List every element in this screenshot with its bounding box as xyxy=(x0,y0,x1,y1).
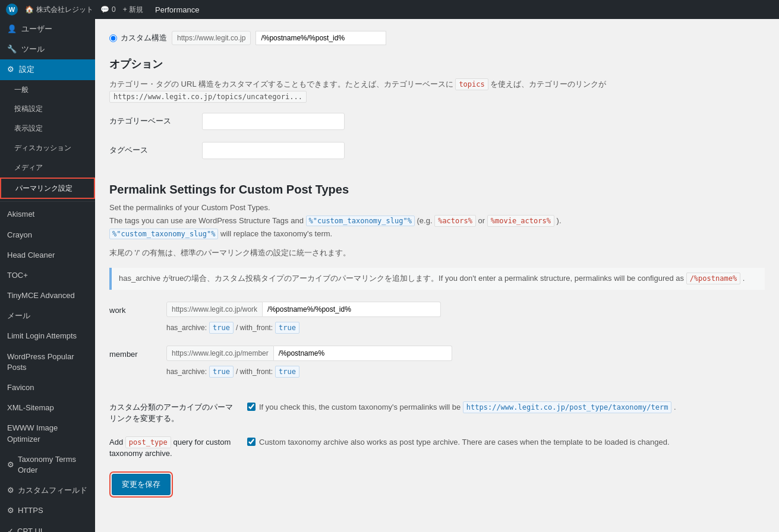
topics-code: topics xyxy=(455,78,488,90)
archive-notice-end: . xyxy=(743,274,745,283)
custom-taxonomy-content: If you check this, the custom taxonomy's… xyxy=(247,401,765,414)
archive-default-code: /%postname% xyxy=(686,273,740,284)
sidebar-item-cptui[interactable]: ✓ CPT UI xyxy=(0,521,95,532)
sidebar-label-popularposts: WordPress Popular Posts xyxy=(7,352,88,373)
category-base-input[interactable] xyxy=(202,113,345,130)
custom-taxonomy-url: https://www.legit.co.jp/post_type/taxono… xyxy=(463,401,672,413)
wp-logo: W xyxy=(6,4,18,15)
cpt-section: Permalink Settings for Custom Post Types… xyxy=(109,171,765,401)
work-with-front-label: / with_front: xyxy=(236,324,273,332)
sidebar-item-toc[interactable]: TOC+ xyxy=(0,265,95,286)
custom-taxonomy-checkbox[interactable] xyxy=(247,403,256,411)
sidebar-item-settings[interactable]: ⚙ 設定 xyxy=(0,59,95,80)
settings-icon: ⚙ xyxy=(7,64,14,75)
sidebar-label-writing: 投稿設定 xyxy=(14,104,43,114)
custom-structure-label[interactable]: カスタム構造 xyxy=(109,33,167,43)
category-base-row: カテゴリーベース xyxy=(109,113,765,130)
custom-structure-input[interactable] xyxy=(256,31,386,45)
sidebar-label-discussion: ディスカッション xyxy=(14,143,71,153)
layout: 👤 ユーザー 🔧 ツール ⚙ 設定 一般 投稿設定 表示設定 ディスカッション … xyxy=(0,19,779,532)
member-url-base: https://www.legit.co.jp/member xyxy=(166,346,274,361)
sidebar-label-permalink: パーマリンク設定 xyxy=(15,183,72,194)
save-button-wrapper: 変更を保存 xyxy=(109,471,765,498)
save-button[interactable]: 変更を保存 xyxy=(112,474,171,495)
sidebar-item-akismet[interactable]: Akismet xyxy=(0,204,95,224)
cpt-code-1: %"custom_taxonomy_slug"% xyxy=(306,216,415,226)
sidebar-label-headcleaner: Head Cleaner xyxy=(7,250,55,261)
cpt-desc: Set the permalinks of your Custom Post T… xyxy=(109,201,765,240)
sidebar-item-reading[interactable]: 表示設定 xyxy=(0,119,95,138)
sidebar-label-https: HTTPS xyxy=(18,505,43,516)
sidebar-label-favicon: Favicon xyxy=(7,382,34,393)
sidebar-label-mail: メール xyxy=(7,311,30,321)
custom-structure-row: カスタム構造 https://www.legit.co.jp xyxy=(109,31,765,45)
admin-bar-site[interactable]: 🏠 株式会社レジット xyxy=(25,5,93,15)
member-post-type-name: member xyxy=(109,350,157,359)
sidebar-label-toc: TOC+ xyxy=(7,270,28,281)
post-type-query-row: Add post_type query for custom taxonomy … xyxy=(109,436,765,460)
sidebar-item-writing[interactable]: 投稿設定 xyxy=(0,99,95,119)
sidebar-label-tools: ツール xyxy=(21,44,45,55)
options-section: オプション カテゴリー・タグの URL 構造をカスタマイズすることもできます。た… xyxy=(109,57,765,103)
sidebar-item-loginattempts[interactable]: Limit Login Attempts xyxy=(0,326,95,346)
sidebar-label-akismet: Akismet xyxy=(7,209,34,220)
post-type-query-checkbox[interactable] xyxy=(247,438,256,446)
work-with-front-value: true xyxy=(275,322,299,334)
sidebar-item-customfields[interactable]: ⚙ カスタムフィールド xyxy=(0,480,95,501)
sidebar-item-popularposts[interactable]: WordPress Popular Posts xyxy=(0,347,95,378)
member-url-row: https://www.legit.co.jp/member xyxy=(166,346,452,361)
archive-notice: has_archive がtrueの場合、カスタム投稿タイプのアーカイブのパーマ… xyxy=(109,268,765,290)
admin-bar-page-title: Performance xyxy=(155,5,199,14)
member-with-front-value: true xyxy=(275,366,299,378)
main-content: カスタム構造 https://www.legit.co.jp オプション カテゴ… xyxy=(95,19,779,532)
sidebar-item-taxonomyterms[interactable]: ⚙ Taxonomy Terms Order xyxy=(0,449,95,480)
cpt-code-3: %movie_actors% xyxy=(487,215,554,227)
admin-bar-new[interactable]: + 新規 xyxy=(123,5,143,15)
sidebar-label-customfields: カスタムフィールド xyxy=(18,485,87,496)
sidebar-item-crayon[interactable]: Crayon xyxy=(0,225,95,245)
work-post-type-row: work https://www.legit.co.jp/work xyxy=(109,302,765,319)
trailing-slash-notice: 末尾の '/' の有無は、標準のパーマリンク構造の設定に統一されます。 xyxy=(109,248,765,258)
site-name: 株式会社レジット xyxy=(36,5,93,15)
gear-icon-https: ⚙ xyxy=(7,505,14,516)
sidebar-item-media[interactable]: メディア xyxy=(0,158,95,178)
sidebar-item-user[interactable]: 👤 ユーザー xyxy=(0,19,95,39)
tools-icon: 🔧 xyxy=(7,44,17,55)
sidebar-item-mail[interactable]: メール xyxy=(0,306,95,326)
comments-icon: 💬 xyxy=(100,5,109,14)
sidebar-item-favicon[interactable]: Favicon xyxy=(0,378,95,398)
admin-bar-logo[interactable]: W xyxy=(6,4,18,15)
category-base-label: カテゴリーベース xyxy=(109,116,193,126)
cpt-desc-2: The tags you can use are WordPress Struc… xyxy=(109,216,304,225)
sidebar-item-headcleaner[interactable]: Head Cleaner xyxy=(0,245,95,265)
check-icon-cptui: ✓ xyxy=(7,526,14,532)
options-desc-text: カテゴリー・タグの URL 構造をカスタマイズすることもできます。たとえば、カテ… xyxy=(109,80,453,88)
user-icon: 👤 xyxy=(7,24,17,34)
sidebar-item-xmlsitemap[interactable]: XML-Sitemap xyxy=(0,398,95,418)
admin-bar-comments[interactable]: 💬 0 xyxy=(100,5,116,14)
member-url-input[interactable] xyxy=(274,346,452,361)
url-example: https://www.legit.co.jp/topics/uncategor… xyxy=(109,91,307,103)
member-has-archive-label: has_archive: xyxy=(166,368,207,376)
sidebar-item-general[interactable]: 一般 xyxy=(0,80,95,100)
gear-icon-taxonomy: ⚙ xyxy=(7,460,14,470)
work-url-input[interactable] xyxy=(263,302,441,317)
sidebar-label-general: 一般 xyxy=(14,85,29,95)
new-label: + 新規 xyxy=(123,5,143,15)
custom-structure-radio[interactable] xyxy=(109,34,117,42)
sidebar-item-permalink[interactable]: パーマリンク設定 xyxy=(0,178,95,200)
custom-taxonomy-label: カスタム分類のアーカイブのパーマリンクを変更する。 xyxy=(109,401,240,425)
tag-base-input[interactable] xyxy=(202,142,345,159)
sidebar-item-tinymce[interactable]: TinyMCE Advanced xyxy=(0,286,95,306)
comments-count: 0 xyxy=(112,5,116,14)
sidebar-item-tools[interactable]: 🔧 ツール xyxy=(0,39,95,59)
sidebar-label-reading: 表示設定 xyxy=(14,124,43,134)
sidebar-item-https[interactable]: ⚙ HTTPS xyxy=(0,501,95,521)
work-has-archive-label: has_archive: xyxy=(166,324,207,332)
sidebar-item-ewww[interactable]: EWWW Image Optimizer xyxy=(0,418,95,449)
work-post-meta: has_archive: true / with_front: true xyxy=(166,322,765,334)
member-post-type: member https://www.legit.co.jp/member ha… xyxy=(109,346,765,378)
cpt-desc-1: Set the permalinks of your Custom Post T… xyxy=(109,203,270,212)
sidebar-item-discussion[interactable]: ディスカッション xyxy=(0,138,95,158)
member-post-meta: has_archive: true / with_front: true xyxy=(166,366,765,378)
